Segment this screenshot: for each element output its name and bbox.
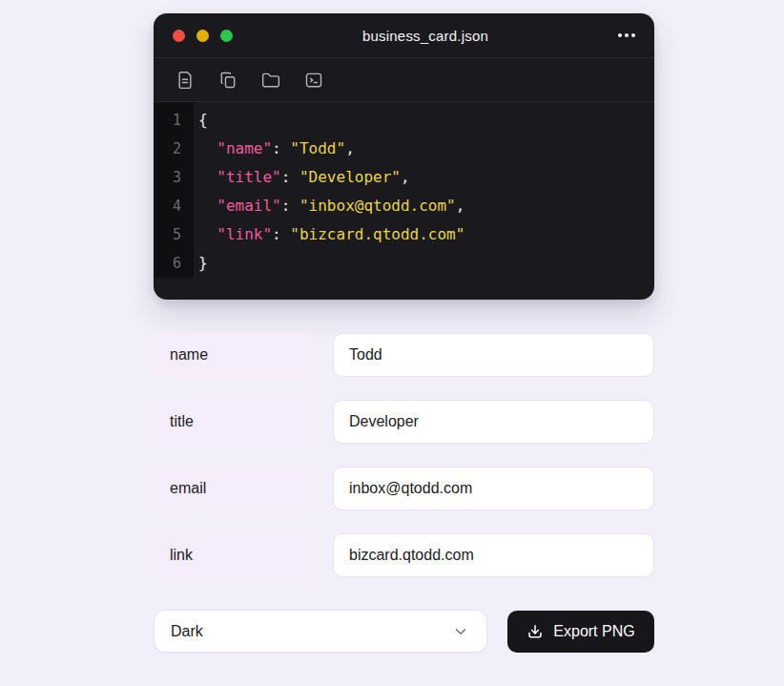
field-row-title: title (154, 400, 654, 444)
json-key: "link" (217, 225, 272, 243)
field-label-link: link (154, 533, 315, 577)
field-rows: name title email link (154, 333, 654, 577)
close-button[interactable] (173, 30, 185, 42)
folder-icon (261, 71, 280, 90)
code-line: 3 "title": "Developer", (154, 163, 654, 192)
json-punctuation: , (401, 168, 410, 186)
toolbar-copy-button[interactable] (218, 71, 237, 90)
field-label-name: name (154, 333, 315, 377)
toolbar-folder-button[interactable] (261, 71, 280, 90)
json-string: "Todd" (290, 139, 345, 157)
line-number: 1 (154, 102, 194, 135)
code-editor-window: business_card.json (154, 13, 654, 300)
json-key: "title" (217, 168, 280, 186)
json-punctuation: } (198, 254, 208, 272)
field-label-email: email (154, 467, 315, 510)
page-background: { "page": { "background": "#f2effa" }, "… (0, 0, 784, 686)
field-row-name: name (154, 333, 654, 377)
json-string: "inbox@qtodd.com" (299, 197, 456, 215)
export-png-label: Export PNG (553, 623, 634, 640)
json-punctuation: { (198, 111, 208, 129)
line-number: 6 (154, 249, 194, 278)
field-row-email: email (154, 467, 654, 510)
field-input-email[interactable] (333, 467, 654, 510)
json-punctuation: : (281, 168, 299, 186)
json-key: "name" (217, 139, 272, 157)
json-punctuation: : (272, 139, 290, 157)
bottom-controls: Dark Export PNG (154, 610, 654, 653)
field-input-title[interactable] (333, 400, 654, 444)
line-number: 5 (154, 220, 194, 249)
window-titlebar: business_card.json (154, 13, 654, 58)
window-controls (173, 30, 233, 42)
json-key: "email" (217, 197, 280, 215)
ellipsis-icon (618, 33, 622, 37)
field-row-link: link (154, 533, 654, 577)
code-line: 2 "name": "Todd", (154, 135, 654, 163)
code-line: 4 "email": "inbox@qtodd.com", (154, 192, 654, 220)
app-container: business_card.json (154, 13, 654, 653)
code-line: 6 } (154, 249, 654, 278)
line-number: 2 (154, 135, 194, 163)
theme-select[interactable]: Dark (154, 610, 487, 653)
terminal-icon (304, 71, 323, 90)
chevron-down-icon (452, 623, 469, 640)
field-input-name[interactable] (333, 333, 654, 377)
editor-toolbar (154, 58, 654, 102)
theme-select-value: Dark (171, 623, 203, 640)
json-punctuation: : (281, 197, 299, 215)
code-view: 1 { 2 "name": "Todd", 3 "title": "Develo… (154, 102, 654, 300)
toolbar-file-button[interactable] (175, 71, 195, 90)
minimize-button[interactable] (196, 30, 209, 42)
line-number: 3 (154, 163, 194, 192)
window-title: business_card.json (233, 28, 618, 44)
file-icon (175, 71, 195, 90)
maximize-button[interactable] (220, 30, 233, 42)
copy-icon (218, 71, 237, 90)
more-options-button[interactable] (618, 30, 635, 41)
line-number: 4 (154, 192, 194, 220)
json-punctuation: , (456, 197, 465, 215)
toolbar-terminal-button[interactable] (304, 71, 323, 90)
code-line: 5 "link": "bizcard.qtodd.com" (154, 220, 654, 249)
field-label-title: title (154, 400, 315, 444)
export-png-button[interactable]: Export PNG (507, 611, 654, 653)
download-icon (526, 623, 544, 640)
json-punctuation: , (345, 139, 355, 157)
json-string: "bizcard.qtodd.com" (290, 225, 464, 243)
json-punctuation: : (272, 225, 290, 243)
json-string: "Developer" (299, 168, 401, 186)
field-input-link[interactable] (333, 533, 654, 577)
code-line: 1 { (154, 102, 654, 135)
